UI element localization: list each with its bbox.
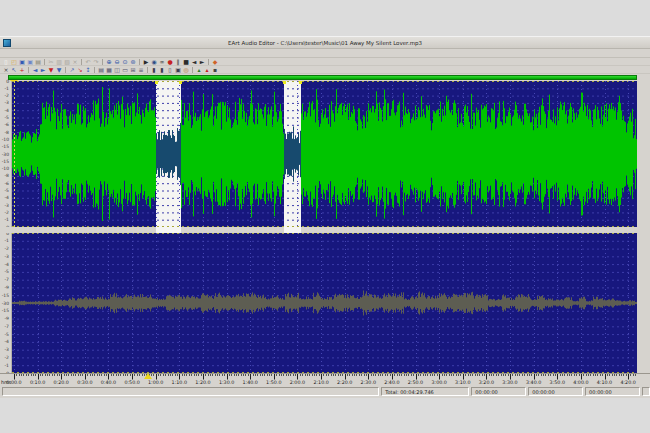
- status-position-time: 00:00:00: [471, 387, 526, 396]
- play-button[interactable]: ▶: [142, 58, 150, 65]
- marker-list-button[interactable]: ▼: [55, 66, 63, 73]
- copy-button[interactable]: ▥: [55, 58, 63, 65]
- marker-start-button[interactable]: ◄: [31, 66, 39, 73]
- channel-both-icon: ▯: [166, 66, 174, 73]
- paste-button[interactable]: ▧: [63, 58, 71, 65]
- go-start-button[interactable]: ◄: [190, 58, 198, 65]
- delete-selection-button[interactable]: ×: [2, 66, 10, 73]
- view-both-icon: ◫: [113, 66, 121, 73]
- selection-tool-button[interactable]: ↖: [10, 66, 18, 73]
- open-button[interactable]: ◰: [10, 58, 18, 65]
- timeline-ruler[interactable]: hms0:00.00:10.00:20.00:30.00:40.00:50.01…: [0, 373, 650, 386]
- ruler-label: -10: [2, 166, 9, 171]
- save-as-button[interactable]: ▣: [26, 58, 34, 65]
- play-all-button[interactable]: ◉: [150, 58, 158, 65]
- delete-button[interactable]: ×: [71, 58, 79, 65]
- record-icon: ●: [166, 58, 174, 65]
- scrub-tool-icon: +: [18, 66, 26, 73]
- fade-in-button[interactable]: ↗: [68, 66, 76, 73]
- ruler-label: -4: [5, 262, 10, 267]
- ruler-label: -15: [2, 293, 9, 298]
- ruler-label: -8: [5, 173, 10, 178]
- paste-icon: ▧: [63, 58, 71, 65]
- delete-icon: ×: [71, 58, 79, 65]
- ruler-label: -5: [5, 269, 10, 274]
- cut-button[interactable]: ✂: [47, 58, 55, 65]
- marker-list-icon: ▼: [55, 66, 63, 73]
- pause-button[interactable]: ∥: [174, 58, 182, 65]
- channel-left-button[interactable]: ▮: [150, 66, 158, 73]
- marker-add-button[interactable]: ▼: [47, 66, 55, 73]
- stop-icon: ■: [182, 58, 190, 65]
- view-fit-button[interactable]: ▭: [121, 66, 129, 73]
- zoom-out-button[interactable]: ⊖: [113, 58, 121, 65]
- snap-grid-button[interactable]: ⊞: [129, 66, 137, 73]
- waveform-panel-right-channel[interactable]: [12, 233, 637, 373]
- zoom-out-icon: ⊖: [113, 58, 121, 65]
- view-both-button[interactable]: ◫: [113, 66, 121, 73]
- go-end-button[interactable]: ►: [198, 58, 206, 65]
- properties-button[interactable]: ▣: [174, 66, 182, 73]
- zoom-selection-button[interactable]: ⊙: [121, 58, 129, 65]
- zoom-in-icon: ⊕: [105, 58, 113, 65]
- ruler-label: -1: [5, 238, 10, 243]
- channel-both-button[interactable]: ▯: [166, 66, 174, 73]
- cd-extract-button[interactable]: ◎: [182, 66, 190, 73]
- loop-icon: ∞: [158, 58, 166, 65]
- ruler-label: -6: [5, 122, 10, 127]
- view-spectral-button[interactable]: ▦: [105, 66, 113, 73]
- script-up-icon: ▴: [195, 66, 203, 73]
- status-total-time: Total: 00:04:29.746: [381, 387, 469, 396]
- ruler-label: -1: [5, 217, 10, 222]
- record-button[interactable]: ●: [166, 58, 174, 65]
- save-as-icon: ▣: [26, 58, 34, 65]
- cd-burn-button[interactable]: ◆: [211, 58, 219, 65]
- redo-button[interactable]: ↷: [92, 58, 100, 65]
- script-up-button[interactable]: ▴: [195, 66, 203, 73]
- marker-end-button[interactable]: ►: [39, 66, 47, 73]
- file-info-icon: ▤: [34, 58, 42, 65]
- channel-right-button[interactable]: ▮: [158, 66, 166, 73]
- pause-icon: ∥: [174, 58, 182, 65]
- toolbar-separator: [94, 67, 95, 73]
- new-button[interactable]: ▯: [2, 58, 10, 65]
- ruler-label: -30: [2, 301, 9, 306]
- app-window: EArt Audio Editor - C:\Users\tester\Musi…: [0, 36, 650, 397]
- file-info-button[interactable]: ▤: [34, 58, 42, 65]
- cd-burn-icon: ◆: [211, 58, 219, 65]
- view-waveform-button[interactable]: ▤: [97, 66, 105, 73]
- scrub-tool-button[interactable]: +: [18, 66, 26, 73]
- overview-progress-bar[interactable]: [8, 75, 637, 80]
- zoom-all-button[interactable]: ⊚: [129, 58, 137, 65]
- waveform-svg-bottom: [12, 233, 637, 373]
- fade-out-button[interactable]: ↘: [76, 66, 84, 73]
- save-button[interactable]: ▣: [18, 58, 26, 65]
- script-stop-button[interactable]: ▪: [211, 66, 219, 73]
- ruler-label: -3: [5, 347, 10, 352]
- loop-button[interactable]: ∞: [158, 58, 166, 65]
- undo-button[interactable]: ↶: [84, 58, 92, 65]
- zoom-in-button[interactable]: ⊕: [105, 58, 113, 65]
- ruler-label: -2: [5, 355, 10, 360]
- ruler-label: -3: [5, 254, 10, 259]
- title-bar[interactable]: EArt Audio Editor - C:\Users\tester\Musi…: [0, 37, 650, 49]
- normalize-button[interactable]: ↕: [84, 66, 92, 73]
- save-icon: ▣: [18, 58, 26, 65]
- play-icon: ▶: [142, 58, 150, 65]
- script-stop-icon: ▪: [211, 66, 219, 73]
- toolbar-edit: ×↖+◄►▼▼↗↘↕▤▦◫▭⊞≡▮▮▯▣◎▴▴▪: [0, 66, 650, 74]
- toolbar-separator: [192, 67, 193, 73]
- normalize-icon: ↕: [84, 66, 92, 73]
- status-selection-end: 00:00:00: [585, 387, 640, 396]
- desktop: EArt Audio Editor - C:\Users\tester\Musi…: [0, 0, 650, 433]
- timeline-playhead-marker[interactable]: [144, 373, 152, 379]
- channel-separator[interactable]: [0, 227, 650, 233]
- script-down-button[interactable]: ▴: [203, 66, 211, 73]
- toolbar-separator: [139, 59, 140, 65]
- ruler-label: -2: [5, 246, 10, 251]
- status-spacer: [2, 387, 379, 396]
- go-end-icon: ►: [198, 58, 206, 65]
- waveform-panel-left-channel[interactable]: [12, 81, 637, 227]
- stop-button[interactable]: ■: [182, 58, 190, 65]
- snap-zero-button[interactable]: ≡: [137, 66, 145, 73]
